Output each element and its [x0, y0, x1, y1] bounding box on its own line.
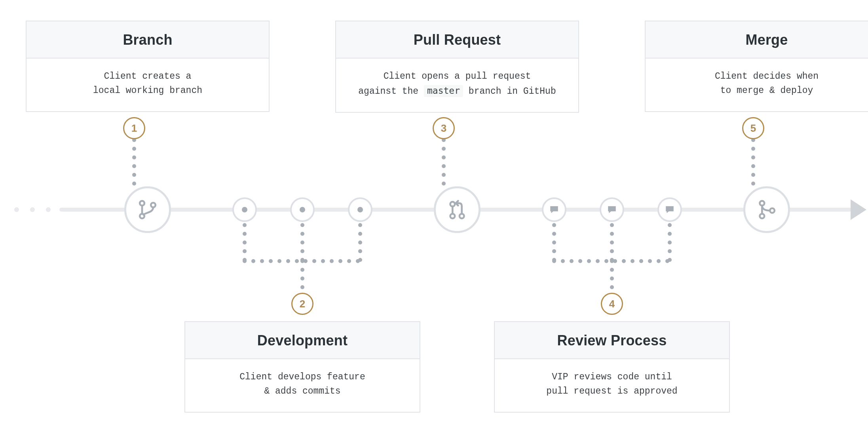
svg-point-48	[300, 268, 304, 272]
card-body: Client decides whento merge & deploy	[646, 59, 868, 111]
step-card-merge: Merge Client decides whento merge & depl…	[645, 21, 868, 112]
svg-point-57	[610, 232, 614, 236]
svg-point-66	[552, 259, 556, 263]
svg-point-41	[312, 259, 316, 263]
card-title: Branch	[27, 21, 269, 59]
svg-point-5	[132, 182, 136, 186]
svg-point-35	[260, 259, 264, 263]
svg-point-47	[300, 259, 304, 263]
svg-point-70	[587, 259, 591, 263]
step-badge-4: 4	[601, 293, 623, 315]
pull-request-icon	[434, 186, 481, 233]
svg-point-55	[552, 258, 556, 262]
svg-point-83	[610, 285, 614, 289]
svg-point-38	[286, 259, 290, 263]
svg-point-73	[613, 259, 617, 263]
svg-point-61	[668, 223, 672, 227]
svg-point-9	[442, 164, 446, 168]
svg-point-21	[243, 249, 247, 253]
svg-point-53	[552, 241, 556, 244]
svg-point-23	[300, 223, 304, 227]
svg-point-54	[552, 249, 556, 253]
svg-point-71	[596, 259, 600, 263]
svg-point-39	[295, 259, 299, 263]
step-badge-3: 3	[433, 117, 455, 139]
svg-point-69	[578, 259, 582, 263]
svg-point-4	[132, 173, 136, 177]
card-body: Client develops feature& adds commits	[185, 359, 420, 412]
card-body: Client opens a pull requestagainst the m…	[336, 59, 578, 112]
svg-point-29	[358, 232, 362, 236]
commit-icon	[290, 197, 315, 222]
svg-point-75	[631, 259, 634, 263]
svg-point-20	[243, 241, 247, 244]
card-title: Merge	[646, 21, 868, 59]
svg-point-11	[442, 182, 446, 186]
svg-point-27	[300, 258, 304, 262]
svg-point-1	[132, 147, 136, 151]
svg-point-50	[300, 285, 304, 289]
svg-point-44	[338, 259, 342, 263]
comment-icon	[542, 197, 566, 222]
svg-point-45	[347, 259, 351, 263]
card-body: VIP reviews code untilpull request is ap…	[495, 359, 729, 412]
step-card-pull-request: Pull Request Client opens a pull request…	[335, 21, 579, 113]
step-card-development: Development Client develops feature& add…	[184, 321, 420, 413]
svg-point-14	[751, 155, 755, 159]
card-title: Review Process	[495, 322, 729, 359]
axis-lead-dot	[30, 207, 35, 212]
svg-point-64	[668, 249, 672, 253]
step-card-review: Review Process VIP reviews code untilpul…	[494, 321, 730, 413]
svg-point-8	[442, 155, 446, 159]
svg-point-10	[442, 173, 446, 177]
svg-point-24	[300, 232, 304, 236]
step-badge-5: 5	[742, 117, 764, 139]
svg-point-31	[358, 249, 362, 253]
card-title: Pull Request	[336, 21, 578, 59]
svg-point-74	[622, 259, 626, 263]
svg-point-32	[358, 258, 362, 262]
svg-point-34	[251, 259, 255, 263]
svg-point-43	[330, 259, 334, 263]
svg-point-7	[442, 147, 446, 151]
svg-point-37	[277, 259, 281, 263]
svg-point-62	[668, 232, 672, 236]
svg-point-13	[751, 147, 755, 151]
commit-icon	[232, 197, 257, 222]
svg-point-58	[610, 241, 614, 244]
svg-point-3	[132, 164, 136, 168]
workflow-diagram: Branch Client creates alocal working bra…	[0, 0, 868, 430]
svg-point-60	[610, 258, 614, 262]
branch-icon	[124, 186, 171, 233]
step-badge-2: 2	[291, 293, 313, 315]
axis-arrow-icon	[851, 199, 866, 220]
svg-point-46	[356, 259, 360, 263]
axis-lead-dot	[14, 207, 19, 212]
svg-point-17	[751, 182, 755, 186]
svg-point-36	[269, 259, 273, 263]
svg-point-76	[639, 259, 643, 263]
svg-point-51	[552, 223, 556, 227]
svg-point-33	[243, 259, 247, 263]
axis-lead-dot	[46, 207, 51, 212]
svg-point-19	[243, 232, 247, 236]
svg-point-59	[610, 249, 614, 253]
svg-point-30	[358, 241, 362, 244]
svg-point-77	[648, 259, 652, 263]
comment-icon	[600, 197, 624, 222]
svg-point-82	[610, 277, 614, 280]
svg-point-25	[300, 241, 304, 244]
svg-point-81	[610, 268, 614, 272]
svg-point-67	[561, 259, 565, 263]
svg-point-56	[610, 223, 614, 227]
svg-point-2	[132, 155, 136, 159]
svg-point-52	[552, 232, 556, 236]
svg-point-72	[604, 259, 608, 263]
svg-point-28	[358, 223, 362, 227]
svg-point-18	[243, 223, 247, 227]
svg-point-68	[570, 259, 574, 263]
step-badge-1: 1	[123, 117, 145, 139]
svg-point-63	[668, 241, 672, 244]
svg-point-16	[751, 173, 755, 177]
svg-point-80	[610, 259, 614, 263]
